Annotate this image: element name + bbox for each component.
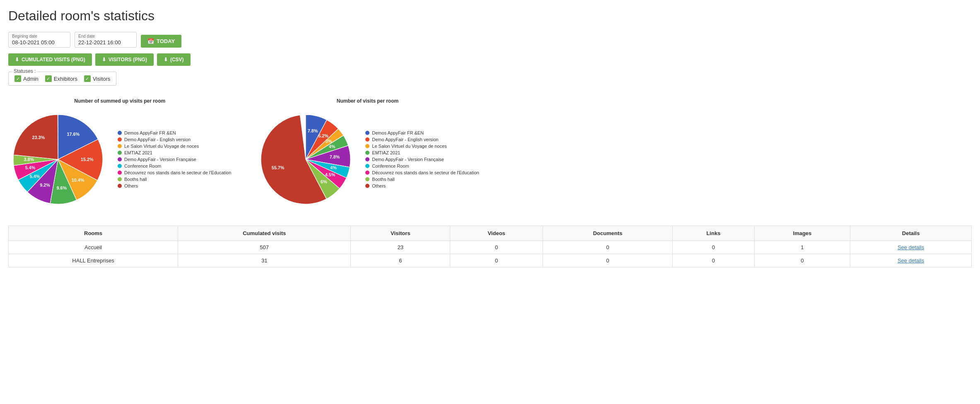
- cell-links: 0: [673, 241, 755, 254]
- legend-dot: [365, 137, 369, 142]
- legend-label: Others: [124, 183, 138, 188]
- svg-text:6%: 6%: [321, 179, 327, 184]
- col-images: Images: [754, 226, 850, 241]
- legend-item: Découvrez nos stands dans le secteur de …: [118, 170, 231, 175]
- right-legend: Demos AppyFair FR &ENDemo AppyFair - Eng…: [365, 130, 479, 188]
- legend-item: Conference Room: [365, 164, 479, 168]
- statuses-inner: ✓ Admin ✓ Exhibitors ✓ Visitors: [14, 75, 110, 82]
- exhibitors-checkbox-icon: ✓: [45, 75, 52, 82]
- svg-text:3%: 3%: [326, 139, 332, 144]
- cell-images: 1: [754, 241, 850, 254]
- end-date-label: End date: [78, 34, 133, 38]
- left-chart-and-legend: 17.6%15.2%10.4%9.6%9.2%5.4%5.4%3.8%23.3%…: [8, 110, 231, 209]
- legend-label: Booths hall: [124, 177, 147, 182]
- legend-item: Le Salon Virtuel du Voyage de noces: [365, 144, 479, 149]
- legend-dot: [118, 164, 122, 168]
- legend-item: Demo AppyFair - English version: [118, 137, 231, 142]
- left-pie-container: 17.6%15.2%10.4%9.6%9.2%5.4%5.4%3.8%23.3%: [8, 110, 108, 209]
- status-visitors[interactable]: ✓ Visitors: [84, 75, 110, 82]
- legend-label: EMTIAZ 2021: [372, 150, 400, 155]
- legend-dot: [365, 131, 369, 135]
- today-button[interactable]: 📅 TODAY: [141, 35, 181, 48]
- legend-dot: [365, 184, 369, 188]
- legend-label: Demo AppyFair - Version Française: [372, 157, 444, 162]
- col-cumulated: Cumulated visits: [178, 226, 351, 241]
- calendar-icon: 📅: [147, 38, 154, 44]
- col-visitors: Visitors: [351, 226, 450, 241]
- right-pie-container: 7.8%5.2%3%4%7.8%4%4.5%6%55.7%: [256, 110, 355, 209]
- begin-date-value: 08-10-2021 05:00: [12, 39, 67, 46]
- legend-label: Demos AppyFair FR &EN: [372, 130, 424, 135]
- legend-item: Le Salon Virtuel du Voyage de noces: [118, 144, 231, 149]
- legend-label: Demo AppyFair - English version: [372, 137, 438, 142]
- today-button-label: TODAY: [157, 38, 175, 44]
- end-date-value: 22-12-2021 16:00: [78, 39, 133, 46]
- legend-item: EMTIAZ 2021: [365, 150, 479, 155]
- legend-item: Others: [365, 183, 479, 188]
- cumulated-visits-png-button[interactable]: ⬇ CUMULATED VISITS (PNG): [8, 53, 92, 66]
- svg-text:9.2%: 9.2%: [40, 183, 50, 188]
- legend-label: EMTIAZ 2021: [124, 150, 152, 155]
- cell-cumulated: 31: [178, 254, 351, 267]
- begin-date-label: Begining date: [12, 34, 67, 38]
- end-date-field[interactable]: End date 22-12-2021 16:00: [75, 32, 137, 48]
- status-admin[interactable]: ✓ Admin: [14, 75, 39, 82]
- legend-dot: [118, 137, 122, 142]
- legend-label: Le Salon Virtuel du Voyage de noces: [124, 144, 199, 149]
- status-exhibitors[interactable]: ✓ Exhibitors: [45, 75, 77, 82]
- see-details-link[interactable]: See details: [898, 244, 924, 250]
- legend-label: Demo AppyFair - Version Française: [124, 157, 196, 162]
- charts-row: Number of summed up visits per room 17.6…: [8, 98, 972, 209]
- csv-label: (CSV): [170, 57, 184, 63]
- visitors-png-button[interactable]: ⬇ VISITORS (PNG): [95, 53, 154, 66]
- download-icon-2: ⬇: [102, 57, 106, 63]
- cell-images: 0: [754, 254, 850, 267]
- svg-text:5.2%: 5.2%: [319, 133, 329, 138]
- col-links: Links: [673, 226, 755, 241]
- svg-text:4%: 4%: [331, 165, 337, 170]
- legend-dot: [365, 171, 369, 175]
- legend-item: Demos AppyFair FR &EN: [365, 130, 479, 135]
- svg-text:4%: 4%: [329, 144, 336, 149]
- svg-text:5.4%: 5.4%: [30, 174, 40, 179]
- col-rooms: Rooms: [9, 226, 178, 241]
- svg-text:5.4%: 5.4%: [25, 165, 36, 170]
- legend-dot: [118, 184, 122, 188]
- cell-details[interactable]: See details: [850, 254, 972, 267]
- legend-item: Demo AppyFair - Version Française: [118, 157, 231, 162]
- rooms-table: Rooms Cumulated visits Visitors Videos D…: [8, 226, 972, 267]
- legend-dot: [118, 177, 122, 181]
- legend-label: Conference Room: [372, 164, 409, 168]
- cell-room: HALL Entreprises: [9, 254, 178, 267]
- cell-documents: 0: [543, 254, 673, 267]
- table-row: HALL Entreprises 31 6 0 0 0 0 See detail…: [9, 254, 972, 267]
- cell-videos: 0: [450, 254, 543, 267]
- legend-dot: [118, 131, 122, 135]
- legend-label: Découvrez nos stands dans le secteur de …: [372, 170, 479, 175]
- svg-text:10.4%: 10.4%: [72, 178, 84, 183]
- cell-links: 0: [673, 254, 755, 267]
- cell-visitors: 6: [351, 254, 450, 267]
- legend-dot: [118, 157, 122, 161]
- see-details-link[interactable]: See details: [898, 257, 924, 264]
- legend-dot: [365, 157, 369, 161]
- legend-item: Découvrez nos stands dans le secteur de …: [365, 170, 479, 175]
- legend-dot: [365, 164, 369, 168]
- cell-details[interactable]: See details: [850, 241, 972, 254]
- svg-text:7.8%: 7.8%: [330, 154, 340, 159]
- right-chart-and-legend: 7.8%5.2%3%4%7.8%4%4.5%6%55.7% Demos Appy…: [256, 110, 479, 209]
- svg-text:17.6%: 17.6%: [67, 132, 80, 137]
- svg-text:3.8%: 3.8%: [24, 157, 34, 162]
- legend-item: Booths hall: [118, 177, 231, 182]
- begin-date-field[interactable]: Begining date 08-10-2021 05:00: [8, 32, 70, 48]
- svg-text:15.2%: 15.2%: [81, 157, 94, 162]
- cell-videos: 0: [450, 241, 543, 254]
- csv-button[interactable]: ⬇ (CSV): [157, 53, 191, 66]
- legend-item: Conference Room: [118, 164, 231, 168]
- download-icon-1: ⬇: [15, 57, 19, 63]
- table-section: Rooms Cumulated visits Visitors Videos D…: [8, 226, 972, 267]
- legend-item: Demos AppyFair FR &EN: [118, 130, 231, 135]
- legend-dot: [365, 151, 369, 155]
- legend-label: Découvrez nos stands dans le secteur de …: [124, 170, 231, 175]
- legend-dot: [365, 144, 369, 148]
